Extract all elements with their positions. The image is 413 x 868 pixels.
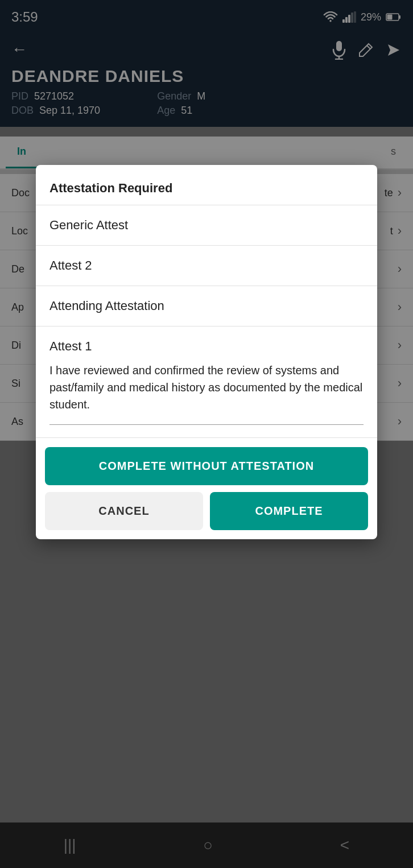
complete-button[interactable]: COMPLETE (210, 492, 368, 530)
modal-list-item-attest2[interactable]: Attest 2 (36, 246, 377, 286)
attestation-section: Attest 1 I have reviewed and confirmed t… (36, 326, 377, 438)
btn-row: CANCEL COMPLETE (45, 492, 368, 530)
attestation-underline (49, 424, 364, 425)
overlay-backdrop: Attestation Required Generic Attest Atte… (0, 0, 413, 868)
complete-without-attestation-button[interactable]: COMPLETE WITHOUT ATTESTATION (45, 447, 368, 485)
attestation-text: I have reviewed and confirmed the review… (49, 362, 364, 413)
modal-list-item-attending[interactable]: Attending Attestation (36, 286, 377, 326)
modal-list-item-generic[interactable]: Generic Attest (36, 205, 377, 246)
cancel-button[interactable]: CANCEL (45, 492, 203, 530)
modal-header: Attestation Required (36, 165, 377, 205)
attestation-title: Attest 1 (49, 339, 364, 354)
modal-actions: COMPLETE WITHOUT ATTESTATION CANCEL COMP… (36, 438, 377, 539)
modal-title: Attestation Required (49, 181, 172, 195)
modal: Attestation Required Generic Attest Atte… (36, 165, 377, 539)
